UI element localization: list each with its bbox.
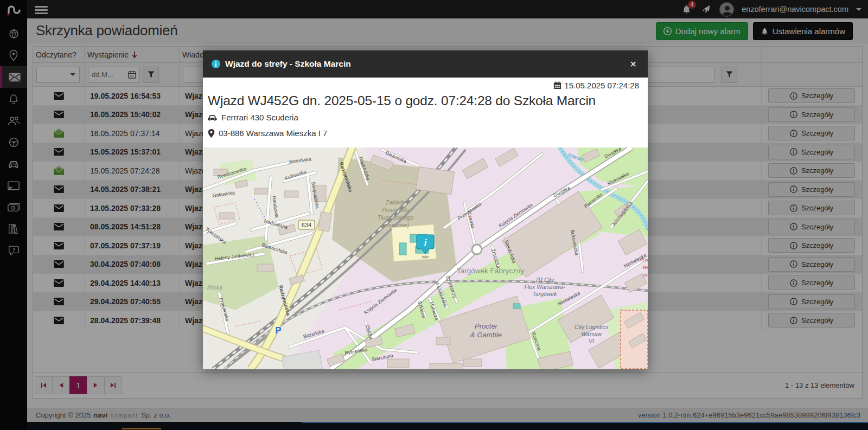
event-heading: Wjazd WJ452G dn. 2025-05-15 o godz. 07:2…	[208, 93, 639, 108]
vehicle-name: Ferrrari 430 Scuderia	[221, 113, 298, 122]
event-address: 03-886 Warszawa Mieszka I 7	[219, 129, 327, 138]
notification-details-modal: Wjazd do strefy - Szkoła Marcin ✕ 15.05.…	[203, 50, 648, 369]
area-label: Przemysłu	[382, 207, 409, 213]
modal-header[interactable]: Wjazd do strefy - Szkoła Marcin ✕	[203, 50, 648, 78]
building-label: City Logistics	[575, 324, 609, 330]
building-label: Flex Warszawa-	[524, 284, 565, 290]
calendar-icon	[553, 81, 561, 89]
building-label: Procter	[475, 322, 498, 330]
place-label: Targówek Fabryczny	[457, 267, 524, 275]
area-label-fragment: Wo	[642, 264, 648, 270]
car-icon	[208, 114, 218, 121]
event-timestamp: 15.05.2025 07:24:28	[564, 81, 639, 90]
info-circle-icon	[212, 60, 220, 68]
area-label: (zburzone)	[382, 222, 409, 228]
building-label: 7R City	[535, 277, 554, 283]
area-label: Zakłady	[385, 199, 406, 206]
road-shield-634: 634	[298, 220, 315, 229]
building-label: Targówek	[532, 291, 557, 297]
modal-body: 15.05.2025 07:24:28 Wjazd WJ452G dn. 202…	[203, 78, 648, 147]
map-canvas: Janinówka Remiszewska Goławicka Handlowa…	[203, 147, 648, 369]
building-label: & Gamble	[470, 331, 502, 339]
location-pin-icon	[208, 129, 215, 138]
svg-text:634: 634	[302, 222, 311, 228]
parking-label: P	[275, 325, 281, 336]
map[interactable]: Janinówka Remiszewska Goławicka Handlowa…	[203, 147, 648, 369]
area-label: lińska	[207, 284, 222, 291]
event-timestamp-row: 15.05.2025 07:24:28	[208, 81, 639, 90]
close-icon[interactable]: ✕	[628, 58, 639, 70]
area-label: Tłuszczowego	[378, 214, 414, 221]
area-label-fragment: Jed	[640, 256, 648, 262]
building-label: Warsaw	[581, 331, 602, 337]
building-label: VI	[589, 338, 594, 344]
vehicle-row: Ferrrari 430 Scuderia	[208, 113, 639, 122]
area-label-fragment: nr	[643, 272, 648, 278]
modal-title: Wjazd do strefy - Szkoła Marcin	[225, 59, 623, 69]
address-row: 03-886 Warszawa Mieszka I 7	[208, 129, 639, 138]
